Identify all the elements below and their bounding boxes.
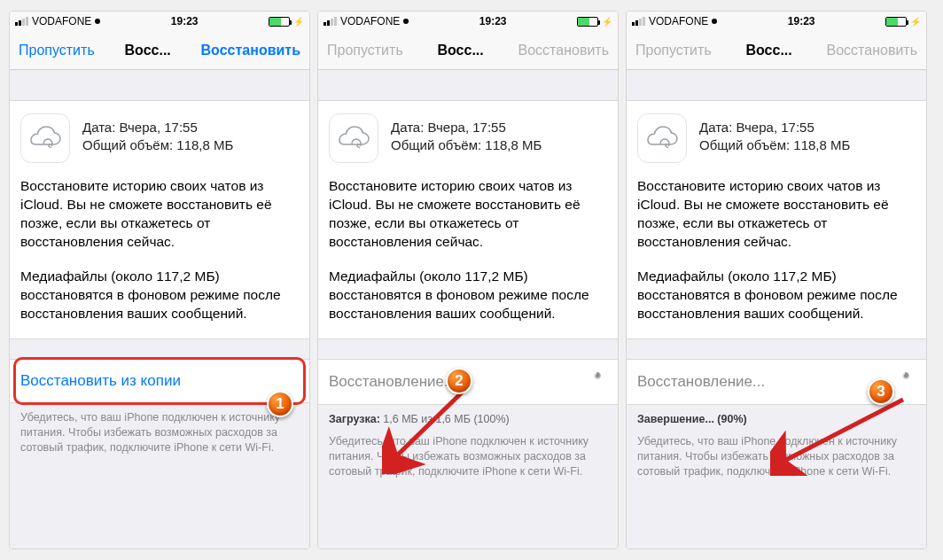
backup-date: Дата: Вчера, 17:55 [699, 119, 850, 136]
progress-note: Загрузка: 1,6 МБ из 1,6 МБ (100%) [318, 405, 618, 427]
signal-icon [632, 17, 645, 26]
phone-panel-3: VODAFONE 19:23 ⚡ Пропустить Восс... Восс… [626, 11, 927, 549]
footer-note: Убедитесь, что ваш iPhone подключен к ис… [627, 427, 926, 479]
progress-prefix: Завершение... (90%) [637, 413, 747, 425]
nav-bar: Пропустить Восс... Восстановить [627, 31, 926, 70]
status-bar: VODAFONE 19:23 ⚡ [10, 12, 309, 31]
annotation-badge-2: 2 [446, 368, 472, 394]
icloud-restore-icon [637, 113, 687, 163]
nav-bar: Пропустить Восс... Восстановить [318, 31, 618, 70]
backup-card: Дата: Вчера, 17:55 Общий объём: 118,8 МБ… [627, 100, 926, 339]
charging-icon: ⚡ [293, 17, 304, 27]
skip-button: Пропустить [327, 43, 403, 58]
restore-nav-button: Восстановить [827, 43, 917, 58]
info-paragraph-2: Медиафайлы (около 117,2 МБ) восстановятс… [329, 268, 607, 323]
nav-title: Восс... [95, 43, 201, 58]
restore-nav-button[interactable]: Восстановить [201, 43, 300, 58]
wifi-icon [95, 19, 100, 24]
carrier-label: VODAFONE [649, 15, 708, 27]
restore-label: Восстановление... [637, 373, 765, 391]
backup-date: Дата: Вчера, 17:55 [82, 119, 233, 136]
progress-prefix: Загрузка: [329, 413, 380, 425]
footer-note: Убедитесь, что ваш iPhone подключен к ис… [10, 403, 309, 455]
battery-icon [269, 17, 290, 27]
icloud-restore-icon [329, 113, 378, 163]
battery-icon [885, 17, 907, 27]
status-bar: VODAFONE 19:23 ⚡ [318, 12, 618, 31]
clock: 19:23 [788, 15, 815, 27]
info-paragraph-1: Восстановите историю своих чатов из iClo… [637, 177, 916, 252]
charging-icon: ⚡ [602, 17, 612, 27]
phone-panel-2: VODAFONE 19:23 ⚡ Пропустить Восс... Восс… [317, 11, 619, 549]
phone-panel-1: VODAFONE 19:23 ⚡ Пропустить Восс... Восс… [9, 11, 310, 549]
battery-icon [577, 17, 598, 27]
info-paragraph-1: Восстановите историю своих чатов из iClo… [20, 177, 299, 252]
annotation-badge-1: 1 [267, 391, 293, 417]
nav-bar: Пропустить Восс... Восстановить [10, 31, 309, 70]
restore-nav-button: Восстановить [518, 43, 609, 58]
signal-icon [15, 17, 28, 26]
annotation-badge-3: 3 [868, 378, 894, 405]
clock: 19:23 [479, 15, 507, 27]
restore-label: Восстановление... [329, 373, 456, 391]
backup-card: Дата: Вчера, 17:55 Общий объём: 118,8 МБ… [318, 100, 618, 339]
carrier-label: VODAFONE [340, 15, 400, 27]
signal-icon [323, 17, 337, 26]
wifi-icon [403, 19, 409, 24]
carrier-label: VODAFONE [32, 15, 91, 27]
backup-card: Дата: Вчера, 17:55 Общий объём: 118,8 МБ… [10, 100, 309, 339]
clock: 19:23 [171, 15, 199, 27]
info-paragraph-2: Медиафайлы (около 117,2 МБ) восстановятс… [637, 268, 916, 323]
backup-size: Общий объём: 118,8 МБ [699, 136, 850, 154]
skip-button[interactable]: Пропустить [19, 43, 95, 58]
charging-icon: ⚡ [910, 17, 921, 27]
info-paragraph-1: Восстановите историю своих чатов из iClo… [329, 177, 607, 252]
progress-note: Завершение... (90%) [627, 405, 926, 427]
skip-button: Пропустить [635, 43, 712, 58]
spinner-icon [588, 372, 607, 392]
info-paragraph-2: Медиафайлы (около 117,2 МБ) восстановятс… [20, 268, 299, 323]
nav-title: Восс... [403, 43, 518, 58]
progress-suffix: 1,6 МБ из 1,6 МБ (100%) [380, 413, 510, 425]
icloud-restore-icon [20, 113, 70, 163]
spinner-icon [896, 372, 916, 392]
restore-label: Восстановить из копии [20, 372, 181, 390]
footer-note: Убедитесь, что ваш iPhone подключен к ис… [318, 427, 618, 479]
backup-size: Общий объём: 118,8 МБ [82, 136, 233, 154]
wifi-icon [712, 19, 717, 24]
backup-size: Общий объём: 118,8 МБ [391, 136, 542, 154]
status-bar: VODAFONE 19:23 ⚡ [627, 12, 926, 31]
backup-date: Дата: Вчера, 17:55 [391, 119, 542, 136]
restore-from-backup-button[interactable]: Восстановить из копии [10, 359, 309, 403]
nav-title: Восс... [712, 43, 827, 58]
